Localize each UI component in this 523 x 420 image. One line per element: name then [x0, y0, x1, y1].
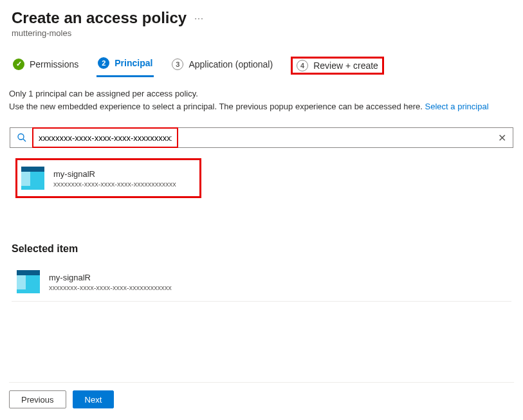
search-box[interactable]: ✕: [10, 127, 513, 148]
info-line: Use the new embedded experience to selec…: [9, 102, 425, 111]
svg-point-0: [18, 134, 24, 140]
tab-application[interactable]: 3 Application (optional): [170, 55, 274, 77]
selected-heading: Selected item: [12, 243, 511, 255]
resource-icon: [17, 270, 40, 293]
tab-label: Permissions: [30, 59, 78, 69]
step-number-icon: 3: [172, 59, 183, 70]
tab-review-create[interactable]: 4 Review + create: [291, 57, 384, 75]
result-id: xxxxxxxx-xxxx-xxxx-xxxx-xxxxxxxxxxxx: [53, 180, 176, 188]
tab-label: Principal: [115, 58, 152, 68]
result-name: my-signalR: [53, 169, 176, 179]
tab-label: Application (optional): [188, 59, 273, 69]
wizard-steps: ✓ Permissions 2 Principal 3 Application …: [0, 53, 523, 77]
selected-id: xxxxxxxx-xxxx-xxxx-xxxx-xxxxxxxxxxxx: [49, 284, 172, 291]
page-subtitle: muttering-moles: [12, 28, 511, 38]
check-icon: ✓: [13, 59, 24, 70]
search-result-item[interactable]: my-signalR xxxxxxxx-xxxx-xxxx-xxxx-xxxxx…: [15, 158, 201, 198]
more-icon[interactable]: ···: [194, 13, 204, 23]
page-title: Create an access policy: [12, 9, 187, 27]
info-text: Only 1 principal can be assigned per acc…: [0, 77, 523, 113]
tab-principal[interactable]: 2 Principal: [96, 53, 154, 77]
step-number-icon: 4: [297, 60, 308, 71]
search-icon: [17, 132, 27, 143]
resource-icon: [21, 167, 44, 190]
tab-label: Review + create: [313, 60, 378, 71]
svg-line-1: [23, 139, 26, 142]
step-number-icon: 2: [98, 57, 109, 69]
search-input[interactable]: [36, 129, 174, 147]
previous-button[interactable]: Previous: [9, 390, 66, 408]
tab-permissions[interactable]: ✓ Permissions: [12, 55, 80, 77]
info-line: Only 1 principal can be assigned per acc…: [9, 87, 511, 100]
clear-search-icon[interactable]: ✕: [495, 132, 509, 144]
selected-name: my-signalR: [49, 273, 172, 282]
select-principal-link[interactable]: Select a principal: [425, 102, 489, 111]
selected-item: my-signalR xxxxxxxx-xxxx-xxxx-xxxx-xxxxx…: [12, 262, 511, 302]
next-button[interactable]: Next: [73, 390, 115, 408]
